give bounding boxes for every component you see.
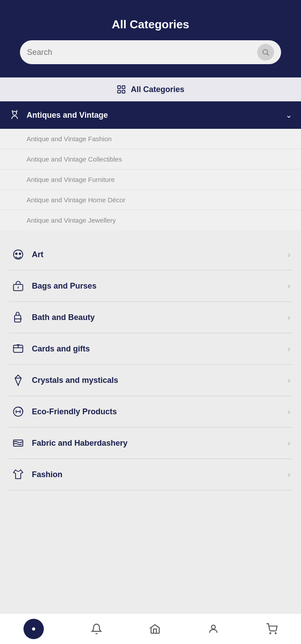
category-item-bags[interactable]: Bags and Purses › xyxy=(9,270,292,302)
crystals-icon xyxy=(11,373,26,388)
antiques-chevron-icon: ⌄ xyxy=(286,110,292,120)
svg-point-0 xyxy=(263,50,268,54)
home-icon xyxy=(149,623,161,635)
svg-line-1 xyxy=(267,54,269,55)
bell-icon xyxy=(91,623,102,635)
fabric-label: Fabric and Haberdashery xyxy=(32,439,288,448)
fabric-chevron-icon: › xyxy=(288,439,290,448)
fabric-icon xyxy=(11,436,26,451)
antiques-section: Antiques and Vintage ⌄ Antique and Vinta… xyxy=(0,101,301,230)
antiques-header-text: Antiques and Vintage xyxy=(27,111,108,120)
fashion-label: Fashion xyxy=(32,470,288,479)
search-input[interactable] xyxy=(27,48,257,57)
nav-home[interactable] xyxy=(149,623,161,635)
category-item-fabric[interactable]: Fabric and Haberdashery › xyxy=(9,428,292,459)
svg-point-6 xyxy=(13,111,17,115)
fashion-icon xyxy=(11,467,26,482)
art-label: Art xyxy=(32,250,288,259)
svg-point-9 xyxy=(19,253,21,255)
antiques-header-left: Antiques and Vintage xyxy=(9,109,108,121)
eco-icon xyxy=(11,404,26,419)
svg-rect-3 xyxy=(122,86,125,89)
antiques-header[interactable]: Antiques and Vintage ⌄ xyxy=(0,101,301,129)
nav-logo-button[interactable] xyxy=(23,619,44,639)
bags-icon xyxy=(11,278,26,293)
nav-cart[interactable] xyxy=(266,623,278,635)
subitem-collectibles[interactable]: Antique and Vintage Collectibles xyxy=(0,149,301,170)
category-item-art[interactable]: Art › xyxy=(9,239,292,270)
eco-chevron-icon: › xyxy=(288,407,290,416)
cart-icon xyxy=(266,623,278,635)
page-title: All Categories xyxy=(112,18,189,31)
subitem-home-decor[interactable]: Antique and Vintage Home Décor xyxy=(0,190,301,210)
svg-point-23 xyxy=(212,625,216,629)
app-logo xyxy=(23,619,44,639)
svg-rect-4 xyxy=(118,90,120,93)
cards-chevron-icon: › xyxy=(288,344,290,354)
categories-icon xyxy=(116,85,126,94)
svg-rect-5 xyxy=(122,90,125,93)
subitem-fashion[interactable]: Antique and Vintage Fashion xyxy=(0,129,301,149)
category-item-crystals[interactable]: Crystals and mysticals › xyxy=(9,365,292,396)
bottom-nav xyxy=(0,613,301,644)
all-categories-label: All Categories xyxy=(131,85,184,94)
category-item-fashion[interactable]: Fashion › xyxy=(9,459,292,490)
crystals-label: Crystals and mysticals xyxy=(32,376,288,385)
art-icon xyxy=(11,247,26,262)
all-categories-bar[interactable]: All Categories xyxy=(0,77,301,101)
art-chevron-icon: › xyxy=(288,250,290,259)
nav-notifications[interactable] xyxy=(91,623,102,635)
subitem-jewellery[interactable]: Antique and Vintage Jewellery xyxy=(0,210,301,230)
category-list: Art › Bags and Purses › Bath and Beauty … xyxy=(0,230,301,490)
antiques-icon xyxy=(9,109,20,121)
search-bar[interactable] xyxy=(20,40,281,64)
bath-chevron-icon: › xyxy=(288,313,290,322)
crystals-chevron-icon: › xyxy=(288,376,290,385)
category-item-bath[interactable]: Bath and Beauty › xyxy=(9,302,292,333)
cards-label: Cards and gifts xyxy=(32,344,288,354)
search-icon xyxy=(257,44,274,61)
svg-point-25 xyxy=(275,632,276,633)
svg-rect-2 xyxy=(118,86,120,89)
category-item-cards[interactable]: Cards and gifts › xyxy=(9,333,292,365)
antiques-subitems: Antique and Vintage Fashion Antique and … xyxy=(0,129,301,230)
subitem-furniture[interactable]: Antique and Vintage Furniture xyxy=(0,170,301,190)
bath-label: Bath and Beauty xyxy=(32,313,288,322)
nav-profile[interactable] xyxy=(208,623,219,635)
bath-icon xyxy=(11,310,26,325)
bags-label: Bags and Purses xyxy=(32,282,288,291)
svg-point-8 xyxy=(15,253,17,255)
fashion-chevron-icon: › xyxy=(288,470,290,479)
cards-icon xyxy=(11,341,26,356)
bags-chevron-icon: › xyxy=(288,282,290,291)
svg-point-24 xyxy=(270,632,271,633)
svg-rect-20 xyxy=(14,440,23,446)
svg-point-22 xyxy=(33,628,35,630)
category-item-eco[interactable]: Eco-Friendly Products › xyxy=(9,396,292,428)
profile-icon xyxy=(208,623,219,635)
eco-label: Eco-Friendly Products xyxy=(32,407,288,416)
svg-marker-14 xyxy=(15,375,21,385)
header: All Categories xyxy=(0,0,301,77)
